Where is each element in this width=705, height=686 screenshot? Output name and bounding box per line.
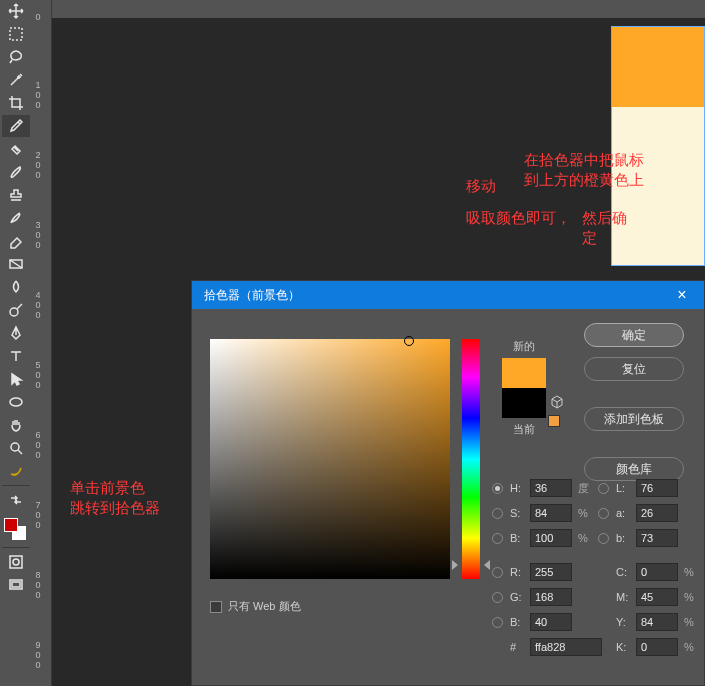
label-a: a: [616, 507, 632, 519]
healing-tool-icon[interactable] [2, 138, 30, 160]
annotation-instr-1: 在拾色器中把鼠标 [524, 150, 644, 170]
input-L[interactable]: 76 [636, 479, 678, 497]
input-Brgb[interactable]: 40 [530, 613, 572, 631]
ok-button[interactable]: 确定 [584, 323, 684, 347]
hue-slider[interactable] [462, 339, 480, 579]
input-M[interactable]: 45 [636, 588, 678, 606]
eyedropper-tool-icon[interactable] [2, 115, 30, 137]
radio-Brgb[interactable] [492, 617, 503, 628]
zoom-tool-icon[interactable] [2, 437, 30, 459]
new-color-swatch[interactable] [502, 358, 546, 388]
label-hex: # [510, 641, 526, 653]
new-current-swatch: 新的 当前 [494, 339, 554, 437]
sb-cursor-icon[interactable] [404, 336, 414, 346]
radio-a[interactable] [598, 508, 609, 519]
input-K[interactable]: 0 [636, 638, 678, 656]
vertical-ruler: 0 100 200 300 400 500 600 700 800 900 [32, 0, 52, 686]
input-Y[interactable]: 84 [636, 613, 678, 631]
radio-S[interactable] [492, 508, 503, 519]
input-C[interactable]: 0 [636, 563, 678, 581]
screenmode-icon[interactable] [2, 574, 30, 596]
label-M: M: [616, 591, 632, 603]
wand-tool-icon[interactable] [2, 69, 30, 91]
label-Brgb: B: [510, 616, 526, 628]
unit-K: % [684, 641, 700, 653]
banana-tool-icon[interactable] [2, 460, 30, 482]
radio-Bhsb[interactable] [492, 533, 503, 544]
brush-tool-icon[interactable] [2, 161, 30, 183]
svg-rect-11 [12, 582, 20, 587]
lasso-tool-icon[interactable] [2, 46, 30, 68]
svg-point-6 [10, 398, 22, 406]
foreground-color-swatch[interactable] [4, 518, 18, 532]
input-hex[interactable]: ffa828 [530, 638, 602, 656]
close-icon[interactable]: × [672, 285, 692, 305]
label-H: H: [510, 482, 526, 494]
label-Bhsb: B: [510, 532, 526, 544]
pen-tool-icon[interactable] [2, 322, 30, 344]
websafe-swatch[interactable] [548, 415, 560, 427]
radio-G[interactable] [492, 592, 503, 603]
cube-icon[interactable] [550, 395, 564, 409]
color-picker-dialog: 拾色器（前景色） × 新的 当前 确定 复位 添加到色板 颜色库 [191, 280, 705, 686]
label-K: K: [616, 641, 632, 653]
toolbar-separator [2, 547, 30, 548]
radio-H[interactable] [492, 483, 503, 494]
crop-tool-icon[interactable] [2, 92, 30, 114]
picker-buttons: 确定 复位 添加到色板 颜色库 [584, 323, 684, 481]
path-select-tool-icon[interactable] [2, 368, 30, 390]
label-Y: Y: [616, 616, 632, 628]
history-brush-tool-icon[interactable] [2, 207, 30, 229]
eraser-tool-icon[interactable] [2, 230, 30, 252]
gradient-tool-icon[interactable] [2, 253, 30, 275]
label-bLab: b: [616, 532, 632, 544]
label-R: R: [510, 566, 526, 578]
radio-R[interactable] [492, 567, 503, 578]
unit-C: % [684, 566, 700, 578]
label-C: C: [616, 566, 632, 578]
quickmask-icon[interactable] [2, 551, 30, 573]
swap-colors-icon[interactable] [2, 489, 30, 511]
color-picker-title: 拾色器（前景色） [204, 287, 300, 304]
web-colors-checkbox[interactable] [210, 601, 222, 613]
label-S: S: [510, 507, 526, 519]
color-libraries-button[interactable]: 颜色库 [584, 457, 684, 481]
saturation-brightness-field[interactable] [210, 339, 450, 579]
shape-tool-icon[interactable] [2, 391, 30, 413]
dodge-tool-icon[interactable] [2, 299, 30, 321]
annotation-move: 移动 [466, 176, 496, 196]
current-color-swatch[interactable] [502, 388, 546, 418]
blur-tool-icon[interactable] [2, 276, 30, 298]
current-color-label: 当前 [494, 422, 554, 437]
input-G[interactable]: 168 [530, 588, 572, 606]
type-tool-icon[interactable] [2, 345, 30, 367]
input-R[interactable]: 255 [530, 563, 572, 581]
unit-H: 度 [578, 481, 594, 496]
svg-rect-8 [10, 556, 22, 568]
input-H[interactable]: 36 [530, 479, 572, 497]
annotation-foreground: 单击前景色 跳转到拾色器 [70, 478, 160, 519]
color-picker-titlebar[interactable]: 拾色器（前景色） × [192, 281, 704, 309]
new-color-label: 新的 [494, 339, 554, 354]
radio-bLab[interactable] [598, 533, 609, 544]
input-Bhsb[interactable]: 100 [530, 529, 572, 547]
stamp-tool-icon[interactable] [2, 184, 30, 206]
unit-S: % [578, 507, 594, 519]
label-L: L: [616, 482, 632, 494]
radio-L[interactable] [598, 483, 609, 494]
move-tool-icon[interactable] [2, 0, 30, 22]
svg-point-9 [13, 559, 19, 565]
web-colors-only[interactable]: 只有 Web 颜色 [210, 599, 301, 614]
foreground-background-color[interactable] [2, 516, 30, 544]
reset-button[interactable]: 复位 [584, 357, 684, 381]
hand-tool-icon[interactable] [2, 414, 30, 436]
annotation-instr-2: 到上方的橙黄色上 [524, 170, 644, 190]
unit-Y: % [684, 616, 700, 628]
input-S[interactable]: 84 [530, 504, 572, 522]
input-bLab[interactable]: 73 [636, 529, 678, 547]
tools-panel [0, 0, 32, 686]
input-a[interactable]: 26 [636, 504, 678, 522]
svg-point-7 [11, 443, 19, 451]
marquee-tool-icon[interactable] [2, 23, 30, 45]
add-swatch-button[interactable]: 添加到色板 [584, 407, 684, 431]
